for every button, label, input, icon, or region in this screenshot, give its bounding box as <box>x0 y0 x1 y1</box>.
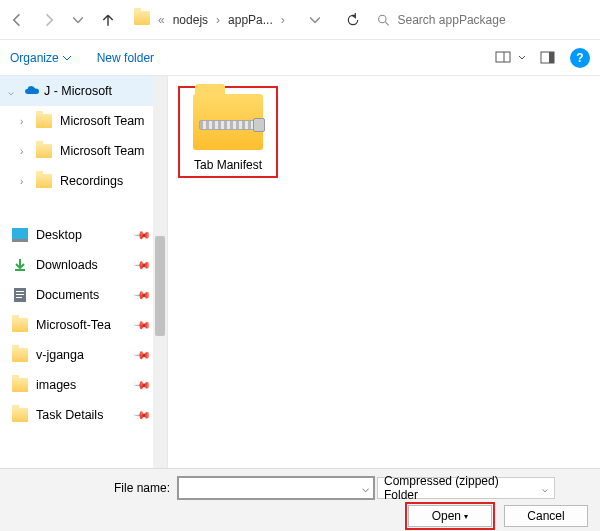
refresh-button[interactable] <box>339 6 367 34</box>
tree-label: Microsoft Team <box>60 114 145 128</box>
document-icon <box>12 287 28 303</box>
file-label: Tab Manifest <box>182 158 274 172</box>
quick-access-item[interactable]: Desktop 📌 <box>0 220 167 250</box>
qa-label: Downloads <box>36 258 98 272</box>
chevron-left-icon: « <box>158 13 165 27</box>
pin-icon: 📌 <box>132 285 151 304</box>
svg-rect-1 <box>496 52 510 62</box>
search-input[interactable] <box>396 12 590 28</box>
desktop-icon <box>12 227 28 243</box>
chevron-right-icon: › <box>281 13 285 27</box>
quick-access-item[interactable]: Task Details 📌 <box>0 400 167 430</box>
pin-icon: 📌 <box>132 225 151 244</box>
quick-access-item[interactable]: images 📌 <box>0 370 167 400</box>
file-item-tab-manifest[interactable]: Tab Manifest <box>178 86 278 178</box>
folder-icon <box>134 11 150 28</box>
chevron-down-icon <box>518 54 526 62</box>
scroll-thumb[interactable] <box>155 236 165 336</box>
folder-icon <box>36 144 52 158</box>
download-icon <box>12 257 28 273</box>
folder-icon <box>36 174 52 188</box>
qa-label: Desktop <box>36 228 82 242</box>
folder-icon <box>12 378 28 392</box>
svg-rect-4 <box>12 228 28 239</box>
qa-label: Task Details <box>36 408 103 422</box>
svg-rect-8 <box>16 294 24 295</box>
svg-rect-7 <box>16 291 24 292</box>
search-box[interactable] <box>377 12 590 28</box>
qa-label: images <box>36 378 76 392</box>
chevron-right-icon: › <box>216 13 220 27</box>
pin-icon: 📌 <box>132 405 151 424</box>
search-icon <box>377 13 390 27</box>
chevron-right-icon: › <box>20 176 32 187</box>
tree-root-onedrive[interactable]: ⌵ J - Microsoft <box>0 76 167 106</box>
back-button[interactable] <box>4 6 32 34</box>
svg-point-0 <box>378 15 385 22</box>
tree-item[interactable]: › Recordings <box>0 166 167 196</box>
tree-label: Microsoft Team <box>60 144 145 158</box>
qa-label: v-jganga <box>36 348 84 362</box>
tree-item[interactable]: › Microsoft Team <box>0 136 167 166</box>
qa-label: Documents <box>36 288 99 302</box>
up-button[interactable] <box>94 6 122 34</box>
filename-label: File name: <box>10 481 170 495</box>
pin-icon: 📌 <box>132 255 151 274</box>
folder-icon <box>36 114 52 128</box>
chevron-right-icon: › <box>20 146 32 157</box>
svg-rect-9 <box>16 297 22 298</box>
nav-bar: « nodejs › appPa... › <box>0 0 600 40</box>
chevron-right-icon: › <box>20 116 32 127</box>
quick-access: Desktop 📌 Downloads 📌 Documents 📌 Micros… <box>0 220 167 430</box>
quick-access-item[interactable]: Downloads 📌 <box>0 250 167 280</box>
breadcrumb-part[interactable]: appPa... <box>228 13 273 27</box>
file-type-filter[interactable]: Compressed (zipped) Folder <box>377 477 555 499</box>
tree-item[interactable]: › Microsoft Team <box>0 106 167 136</box>
folder-icon <box>12 408 28 422</box>
chevron-down-icon: ⌵ <box>8 86 20 97</box>
zip-folder-icon <box>193 94 263 150</box>
file-pane[interactable]: Tab Manifest <box>168 76 600 468</box>
quick-access-item[interactable]: Microsoft-Tea 📌 <box>0 310 167 340</box>
footer: File name: ⌵ Compressed (zipped) Folder … <box>0 468 600 531</box>
pin-icon: 📌 <box>132 315 151 334</box>
split-chevron-icon: ▾ <box>464 512 468 521</box>
body: ⌵ J - Microsoft › Microsoft Team › Micro… <box>0 76 600 468</box>
tree-label: Recordings <box>60 174 123 188</box>
pin-icon: 📌 <box>132 375 151 394</box>
new-folder-button[interactable]: New folder <box>97 51 154 65</box>
open-button[interactable]: Open ▾ <box>408 505 492 527</box>
svg-rect-5 <box>12 239 28 242</box>
organize-button[interactable]: Organize <box>10 51 71 65</box>
breadcrumb-part[interactable]: nodejs <box>173 13 208 27</box>
qa-label: Microsoft-Tea <box>36 318 111 332</box>
sidebar: ⌵ J - Microsoft › Microsoft Team › Micro… <box>0 76 168 468</box>
preview-pane-button[interactable] <box>538 48 558 68</box>
address-dropdown[interactable] <box>301 6 329 34</box>
view-options-button[interactable] <box>494 48 514 68</box>
quick-access-item[interactable]: v-jganga 📌 <box>0 340 167 370</box>
filename-input[interactable] <box>178 477 374 499</box>
svg-rect-3 <box>549 52 554 63</box>
filter-label: Compressed (zipped) Folder <box>384 474 536 502</box>
cancel-button[interactable]: Cancel <box>504 505 588 527</box>
forward-button[interactable] <box>34 6 62 34</box>
sidebar-scrollbar[interactable] <box>153 76 167 468</box>
quick-access-item[interactable]: Documents 📌 <box>0 280 167 310</box>
chevron-down-icon <box>63 54 71 62</box>
help-button[interactable]: ? <box>570 48 590 68</box>
recent-dropdown[interactable] <box>64 6 92 34</box>
folder-icon <box>12 348 28 362</box>
breadcrumb[interactable]: « nodejs › appPa... › <box>134 11 285 28</box>
toolbar: Organize New folder ? <box>0 40 600 76</box>
onedrive-icon <box>24 83 40 99</box>
pin-icon: 📌 <box>132 345 151 364</box>
tree-label: J - Microsoft <box>44 84 112 98</box>
folder-icon <box>12 318 28 332</box>
